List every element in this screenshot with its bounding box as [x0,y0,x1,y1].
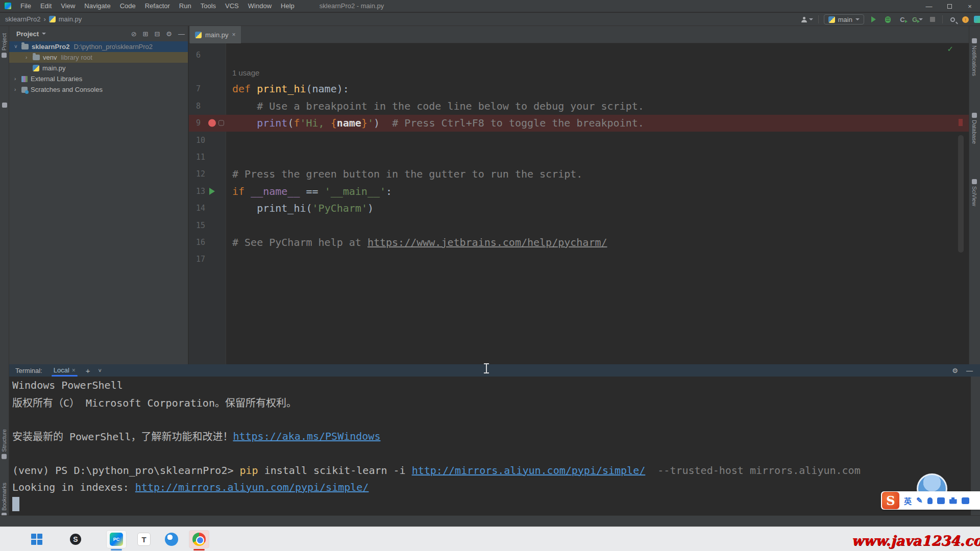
menu-item-vcs[interactable]: VCS [220,0,243,12]
breadcrumb-file[interactable]: main.py [59,15,82,23]
ide-extra-icon[interactable] [974,16,980,23]
profiler-button[interactable]: G [912,16,923,23]
terminal-header: Terminal: Local× + ˅ ⚙ — [9,364,980,377]
locate-icon[interactable]: ⊘ [131,30,137,38]
expand-all-icon[interactable]: ⊞ [143,30,149,38]
tree-item-main-py[interactable]: main.py [9,63,188,73]
code-line-17[interactable]: 17 [189,251,969,268]
code-token: name [337,117,361,129]
terminal-tab-local[interactable]: Local× [52,364,78,377]
inspection-ok-icon[interactable]: ✓ [947,44,953,54]
new-terminal-button[interactable]: + [86,366,90,375]
input-language-icon[interactable]: 英 [904,495,912,506]
vcs-user-button[interactable] [801,17,813,22]
menu-item-run[interactable]: Run [175,0,196,12]
code-line-9[interactable]: 9 print(f'Hi, {name}') # Press Ctrl+F8 t… [189,115,969,132]
terminal-output[interactable]: Windows PowerShell版权所有（C） Microsoft Corp… [9,377,971,515]
maximize-button[interactable] [939,0,960,12]
code-line-13[interactable]: 13if __name__ == '__main__': [189,183,969,199]
tab-main-py[interactable]: main.py × [190,26,241,43]
code-line-6[interactable]: 6 [189,46,969,63]
run-config-selector[interactable]: main [824,14,864,24]
editor-scrollbar[interactable] [958,135,964,253]
hide-icon[interactable]: — [178,30,185,38]
menu-item-help[interactable]: Help [276,0,299,12]
code-token: ) [374,117,380,129]
start-button[interactable] [27,530,47,548]
taskbar-chrome-button[interactable] [189,530,209,548]
menu-item-edit[interactable]: Edit [36,0,56,12]
sidebar-item-project[interactable]: Project [1,33,7,58]
line-number: 12 [189,169,226,179]
update-badge-icon[interactable]: ↑ [962,16,969,23]
skin-icon[interactable] [949,497,957,504]
usages-inlay-hint[interactable]: 1 usage [232,68,259,77]
microphone-icon[interactable] [927,497,933,504]
sidebar-item-database[interactable]: Database [971,113,977,144]
keyboard-icon[interactable] [937,497,945,504]
taskbar-search-button[interactable]: S [65,530,86,548]
code-token: # Press the green button in the gutter t… [232,168,582,180]
debug-button[interactable] [884,15,893,24]
run-line-icon[interactable] [209,188,215,195]
sidebar-item-structure[interactable]: Structure [1,429,7,459]
code-token: { [331,117,337,129]
code-line-inlay[interactable]: 1 usage [189,63,969,80]
taskbar-pycharm-button[interactable]: PC [106,530,127,548]
sidebar-item-sciview[interactable]: SciView [971,179,977,206]
code-line-10[interactable]: 10 [189,132,969,148]
code-line-11[interactable]: 11 [189,148,969,165]
menu-bar: FileEditViewNavigateCodeRefactorRunTools… [16,0,299,12]
menu-item-navigate[interactable]: Navigate [80,0,115,12]
collapse-all-icon[interactable]: ⊟ [154,30,160,38]
code-line-15[interactable]: 15 [189,217,969,234]
code-editor[interactable]: 61 usage7def print_hi(name):8 # Use a br… [189,43,969,364]
sogou-logo-icon[interactable]: S [882,492,899,509]
search-everywhere-button[interactable] [948,15,957,24]
toolbar-divider [942,15,943,23]
menu-item-refactor[interactable]: Refactor [140,0,175,12]
toolbox-icon[interactable] [962,497,969,504]
tree-item-external-libraries[interactable]: ›External Libraries [9,73,188,84]
menu-item-code[interactable]: Code [115,0,140,12]
breakpoint-icon[interactable] [208,119,216,127]
libraries-icon [21,76,28,82]
tree-item-scratches-and-consoles[interactable]: ›Scratches and Consoles [9,84,188,95]
close-icon[interactable]: × [72,367,76,374]
project-view-selector[interactable]: Project [16,30,46,38]
code-line-12[interactable]: 12# Press the green button in the gutter… [189,166,969,183]
code-line-7[interactable]: 7def print_hi(name): [189,81,969,97]
window-title: sklearnPro2 - main.py [320,2,384,10]
error-stripe-mark [959,119,963,126]
tree-item-sklearnpro2[interactable]: ˅sklearnPro2D:\python_pro\sklearnPro2 [9,41,188,52]
sidebar-item-notifications[interactable]: Notifications [971,38,977,76]
run-button[interactable] [869,15,878,24]
code-line-16[interactable]: 16# See PyCharm help at https://www.jetb… [189,234,969,251]
terminal-settings-button[interactable]: ⚙ [952,367,958,374]
settings-icon[interactable]: ⚙ [166,30,172,38]
terminal-dropdown-button[interactable]: ˅ [99,367,102,373]
taskbar-browser-button[interactable] [161,530,182,548]
tree-item-venv[interactable]: ›venvlibrary root [9,52,188,63]
folder-icon[interactable] [2,103,7,108]
code-token: 'Hi, [300,117,330,129]
minimize-button[interactable]: — [919,0,939,12]
code-token: print_hi( [232,202,312,214]
code-token: print [257,117,287,129]
sogou-input-toolbar[interactable]: S 英 ✎ [881,491,980,510]
code-line-14[interactable]: 14 print_hi('PyCharm') [189,200,969,217]
coverage-button[interactable]: C [898,15,907,24]
taskbar-typora-button[interactable]: T [134,530,154,548]
menu-item-file[interactable]: File [16,0,36,12]
terminal-hide-button[interactable]: — [966,367,973,374]
handwriting-icon[interactable]: ✎ [916,496,923,505]
menu-item-view[interactable]: View [56,0,80,12]
sidebar-item-bookmarks[interactable]: Bookmarks [1,483,7,518]
code-line-8[interactable]: 8 # Use a breakpoint in the code line be… [189,97,969,114]
close-button[interactable]: × [960,0,980,12]
menu-item-tools[interactable]: Tools [196,0,220,12]
breadcrumb-project[interactable]: sklearnPro2 [5,15,40,23]
close-icon[interactable]: × [232,31,236,38]
menu-item-window[interactable]: Window [243,0,276,12]
stop-button[interactable] [928,15,937,24]
